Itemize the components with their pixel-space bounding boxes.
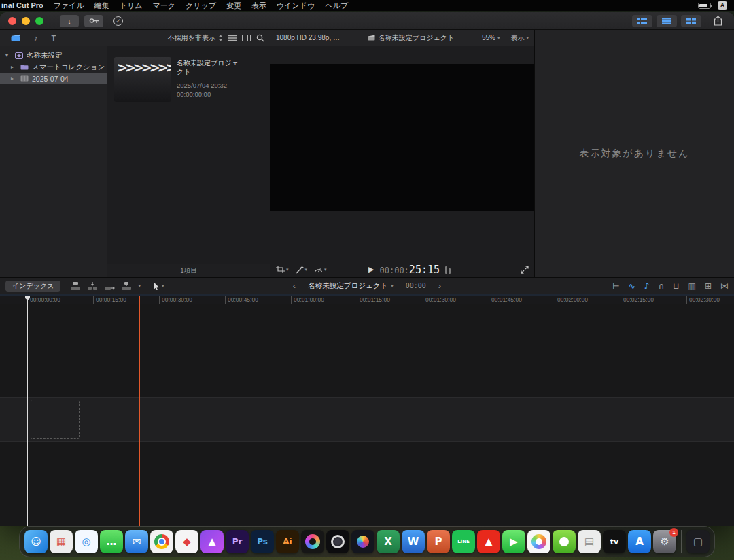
dock-app-green[interactable] [553,530,576,553]
menu-file[interactable]: ファイル [54,1,84,11]
play-button[interactable]: ▶ [368,265,374,274]
fullscreen-button[interactable] [521,266,529,274]
overwrite-edit-button[interactable] [121,282,132,290]
disclosure-triangle-icon[interactable]: ▸ [11,75,17,82]
dock-app-powerpoint[interactable]: P [427,530,450,553]
next-project-button[interactable]: › [438,281,441,291]
index-button[interactable]: インデックス [5,281,60,292]
view-popup-button[interactable]: 表示 ▾ [510,33,529,43]
dock-app-lens[interactable] [326,530,349,553]
disclosure-triangle-icon[interactable]: ▸ [11,64,17,70]
share-icon [714,16,722,26]
zoom-button[interactable] [35,17,43,25]
insert-edit-button[interactable] [87,282,98,290]
dock-app-purple[interactable]: ▲ [200,530,224,553]
viewer-project-name[interactable]: 名称未設定プロジェクト [379,33,454,43]
dock-app-acrobat[interactable]: ▲ [477,530,500,553]
retime-popup-button[interactable]: ▾ [314,266,327,273]
dock-app-colorful[interactable] [351,530,374,553]
close-button[interactable] [8,17,16,25]
timeline-timecode[interactable]: 00:00 [406,282,426,290]
dock-app-illustrator[interactable]: Ai [276,530,299,553]
library-item-untitled[interactable]: ▾ 名称未設定 [0,50,107,61]
solo-icon[interactable]: ∩ [658,282,664,290]
disclosure-triangle-icon[interactable]: ▾ [5,52,12,58]
marker-icon[interactable]: ⊢ [612,282,619,290]
audio-skimming-icon[interactable]: ♪ [644,282,650,290]
keyword-editor-button[interactable] [84,15,103,27]
menu-app-name[interactable]: inal Cut Pro [1,1,43,10]
dock-app-chrome[interactable] [150,530,173,553]
dock-app-facetime[interactable]: ▶ [502,530,525,553]
import-media-button[interactable]: ↓ [60,15,79,27]
transitions-browser-icon[interactable]: ⋈ [720,282,729,290]
libraries-tab-button[interactable] [11,34,20,41]
dock-app-final-cut-pro[interactable] [301,530,324,553]
menu-trim[interactable]: トリム [120,1,143,11]
menu-view[interactable]: 表示 [251,1,266,11]
menu-help[interactable]: ヘルプ [325,1,348,11]
list-view-button[interactable] [228,35,237,41]
filter-popup-button[interactable]: 不採用を非表示 [168,33,223,43]
timeline-ruler[interactable]: 00:00:00:00 00:00:15:00 00:00:30:00 00:0… [0,296,734,304]
audio-meters-icon[interactable]: ▥ [688,282,696,290]
inspector-toggle-button[interactable] [681,15,701,27]
dock-app-finder[interactable]: ☺ [24,530,48,553]
smart-collection-item[interactable]: ▸ スマートコレクション [0,61,107,73]
timeline-toggle-button[interactable] [657,15,677,27]
format-info[interactable]: 1080p HD 23.98p, … [276,34,340,41]
dock-app-red-diamond[interactable]: ◆ [175,530,198,553]
dock-app-mail[interactable]: ✉ [125,530,148,553]
dock-app-photoshop[interactable]: Ps [251,530,274,553]
dock-app-light[interactable]: ▤ [578,530,601,553]
browser-toggle-button[interactable] [632,15,652,27]
video-preview[interactable] [270,64,534,211]
timeline-area[interactable] [0,304,734,526]
edit-options-chevron-icon[interactable]: ▾ [138,283,141,289]
minimize-button[interactable] [22,17,30,25]
tool-popup-button[interactable]: ▾ [153,282,164,290]
enhance-popup-button[interactable]: ▾ [296,266,308,274]
skimming-icon[interactable]: ∿ [629,282,635,290]
dock-app-apple-tv[interactable]: tv [603,530,626,553]
premiere-pro-icon: Pr [232,537,243,546]
dock-app-system-settings[interactable]: ⚙ 1 [653,530,676,553]
dock-app-dark[interactable]: ▢ [686,530,710,553]
crop-popup-button[interactable]: ▾ [276,266,289,273]
dock-app-premiere-pro[interactable]: Pr [226,530,249,553]
dock-app-messages[interactable]: … [100,530,123,553]
dock-app-line[interactable]: LINE [452,530,475,553]
menu-window[interactable]: ウインドウ [277,1,315,11]
audio-meters-button[interactable] [445,266,451,274]
event-item-2025-07-04[interactable]: ▸ 2025-07-04 [0,73,107,84]
input-source-icon[interactable]: A [718,1,727,10]
viewer-timecode[interactable]: 00:00:25:15 [380,264,440,276]
filmstrip-view-button[interactable] [242,35,251,41]
zoom-popup-button[interactable]: 55% ▾ [482,34,500,41]
snapping-icon[interactable]: ⊔ [673,282,679,290]
dock-app-safari[interactable]: ◎ [75,530,98,553]
append-edit-button[interactable] [104,282,115,290]
playhead[interactable] [27,296,28,526]
photos-audio-tab-button[interactable]: ♪ [34,34,38,42]
background-tasks-button[interactable]: ✓ [109,15,128,27]
effects-browser-icon[interactable]: ⊞ [705,282,712,290]
project-thumbnail[interactable]: >>>>>>> [114,57,171,102]
dock-app-word[interactable]: W [402,530,425,553]
dock-app-excel[interactable]: X [377,530,400,553]
menu-clip[interactable]: クリップ [186,1,216,11]
connect-edit-button[interactable] [70,282,81,290]
dock-app-launchpad[interactable]: ▦ [50,530,73,553]
share-button[interactable] [710,14,726,28]
timeline-project-popup[interactable]: 名称未設定プロジェクト ▾ [308,281,394,291]
search-button[interactable] [256,34,264,42]
dock-app-app-store[interactable]: A [628,530,651,553]
menu-mark[interactable]: マーク [153,1,176,11]
menu-edit[interactable]: 編集 [94,1,109,11]
menu-modify[interactable]: 変更 [226,1,241,11]
check-circle-icon: ✓ [113,16,123,26]
project-date: 2025/07/04 20:32 [177,81,242,90]
previous-project-button[interactable]: ‹ [293,281,296,291]
titles-generators-tab-button[interactable]: T [52,34,56,42]
dock-app-photos[interactable] [527,530,550,553]
